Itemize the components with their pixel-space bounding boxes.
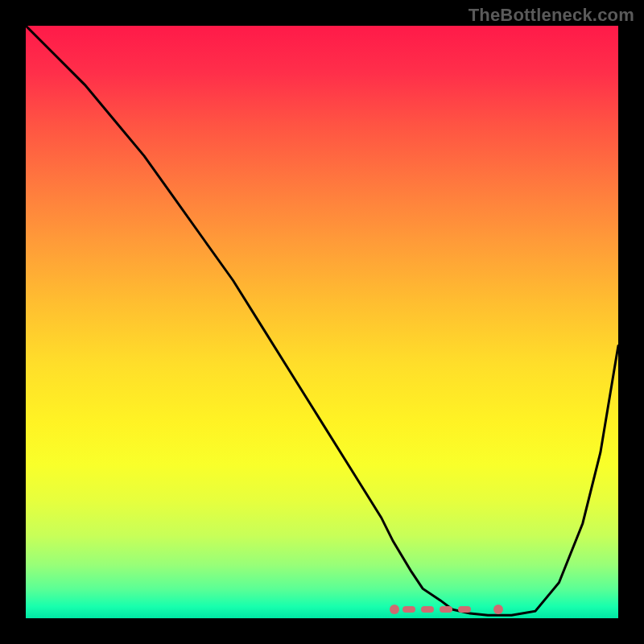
optimal-range-marker	[393, 605, 499, 616]
marker-dash-icon	[440, 606, 452, 613]
marker-endpoint-left-icon	[390, 605, 399, 614]
marker-dash-icon	[402, 606, 415, 613]
watermark-text: TheBottleneck.com	[469, 5, 634, 26]
plot-area	[26, 26, 618, 618]
marker-endpoint-right-icon	[493, 605, 503, 614]
marker-dash-icon	[458, 606, 471, 613]
marker-dash-icon	[421, 606, 434, 613]
bottleneck-curve	[26, 26, 618, 618]
